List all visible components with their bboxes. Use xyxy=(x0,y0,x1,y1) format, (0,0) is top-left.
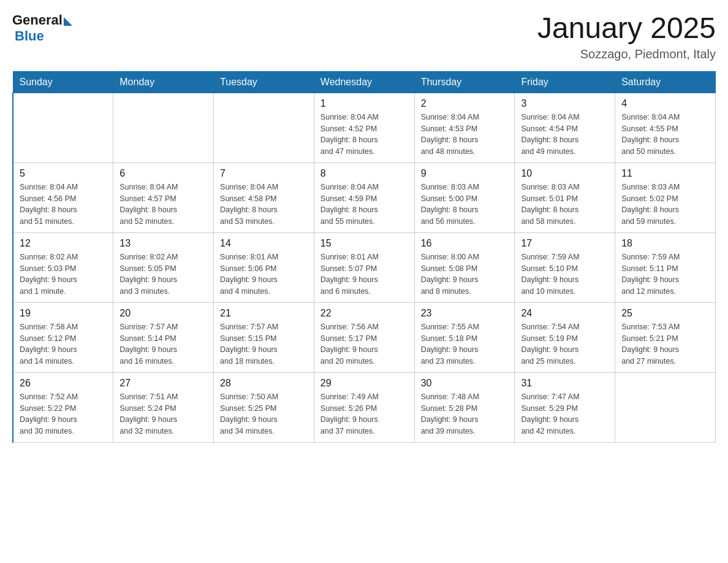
calendar-cell xyxy=(615,372,716,442)
day-info: Sunrise: 7:57 AMSunset: 5:14 PMDaylight:… xyxy=(119,321,207,367)
day-number: 16 xyxy=(421,238,509,249)
day-info: Sunrise: 7:54 AMSunset: 5:19 PMDaylight:… xyxy=(521,321,609,367)
calendar-cell xyxy=(113,93,214,163)
day-info: Sunrise: 7:57 AMSunset: 5:15 PMDaylight:… xyxy=(220,321,308,367)
logo: General Blue xyxy=(12,12,72,44)
day-info: Sunrise: 8:04 AMSunset: 4:57 PMDaylight:… xyxy=(119,182,207,228)
day-info: Sunrise: 8:04 AMSunset: 4:54 PMDaylight:… xyxy=(521,112,609,158)
calendar-table: SundayMondayTuesdayWednesdayThursdayFrid… xyxy=(12,71,716,443)
day-info: Sunrise: 7:58 AMSunset: 5:12 PMDaylight:… xyxy=(20,321,107,367)
day-number: 7 xyxy=(220,168,308,179)
day-info: Sunrise: 8:02 AMSunset: 5:03 PMDaylight:… xyxy=(20,251,107,297)
day-number: 5 xyxy=(20,168,107,179)
day-info: Sunrise: 8:04 AMSunset: 4:59 PMDaylight:… xyxy=(320,182,408,228)
day-info: Sunrise: 7:55 AMSunset: 5:18 PMDaylight:… xyxy=(421,321,509,367)
day-number: 31 xyxy=(521,378,609,389)
day-number: 25 xyxy=(621,308,709,319)
week-row-2: 12Sunrise: 8:02 AMSunset: 5:03 PMDayligh… xyxy=(13,232,716,302)
calendar-cell: 12Sunrise: 8:02 AMSunset: 5:03 PMDayligh… xyxy=(13,232,113,302)
day-number: 29 xyxy=(320,378,408,389)
calendar-cell: 15Sunrise: 8:01 AMSunset: 5:07 PMDayligh… xyxy=(314,232,414,302)
day-info: Sunrise: 8:03 AMSunset: 5:02 PMDaylight:… xyxy=(621,182,709,228)
calendar-cell xyxy=(13,93,113,163)
week-row-3: 19Sunrise: 7:58 AMSunset: 5:12 PMDayligh… xyxy=(13,302,716,372)
day-number: 24 xyxy=(521,308,609,319)
day-info: Sunrise: 8:04 AMSunset: 4:53 PMDaylight:… xyxy=(421,112,509,158)
day-number: 2 xyxy=(421,98,509,109)
day-number: 18 xyxy=(621,238,709,249)
day-info: Sunrise: 7:51 AMSunset: 5:24 PMDaylight:… xyxy=(119,391,207,437)
day-info: Sunrise: 8:03 AMSunset: 5:00 PMDaylight:… xyxy=(421,182,509,228)
logo-blue-text: Blue xyxy=(15,28,44,44)
day-info: Sunrise: 7:53 AMSunset: 5:21 PMDaylight:… xyxy=(621,321,709,367)
month-title: January 2025 xyxy=(537,12,716,45)
calendar-cell xyxy=(214,93,314,163)
day-info: Sunrise: 8:03 AMSunset: 5:01 PMDaylight:… xyxy=(521,182,609,228)
calendar-cell: 10Sunrise: 8:03 AMSunset: 5:01 PMDayligh… xyxy=(515,163,615,232)
day-number: 1 xyxy=(320,98,408,109)
calendar-cell: 18Sunrise: 7:59 AMSunset: 5:11 PMDayligh… xyxy=(615,232,716,302)
calendar-cell: 31Sunrise: 7:47 AMSunset: 5:29 PMDayligh… xyxy=(515,372,615,442)
day-number: 9 xyxy=(421,168,509,179)
day-number: 10 xyxy=(521,168,609,179)
day-info: Sunrise: 8:04 AMSunset: 4:58 PMDaylight:… xyxy=(220,182,308,228)
day-number: 14 xyxy=(220,238,308,249)
calendar-cell: 25Sunrise: 7:53 AMSunset: 5:21 PMDayligh… xyxy=(615,302,716,372)
day-info: Sunrise: 8:04 AMSunset: 4:56 PMDaylight:… xyxy=(20,182,107,228)
day-number: 4 xyxy=(621,98,709,109)
day-info: Sunrise: 8:00 AMSunset: 5:08 PMDaylight:… xyxy=(421,251,509,297)
day-info: Sunrise: 7:48 AMSunset: 5:28 PMDaylight:… xyxy=(421,391,509,437)
calendar-cell: 7Sunrise: 8:04 AMSunset: 4:58 PMDaylight… xyxy=(214,163,314,232)
calendar-cell: 27Sunrise: 7:51 AMSunset: 5:24 PMDayligh… xyxy=(113,372,214,442)
day-number: 23 xyxy=(421,308,509,319)
day-info: Sunrise: 8:02 AMSunset: 5:05 PMDaylight:… xyxy=(119,251,207,297)
calendar-cell: 17Sunrise: 7:59 AMSunset: 5:10 PMDayligh… xyxy=(515,232,615,302)
day-info: Sunrise: 8:04 AMSunset: 4:52 PMDaylight:… xyxy=(320,112,408,158)
weekday-header-tuesday: Tuesday xyxy=(214,71,314,93)
calendar-cell: 26Sunrise: 7:52 AMSunset: 5:22 PMDayligh… xyxy=(13,372,113,442)
day-number: 27 xyxy=(119,378,207,389)
day-info: Sunrise: 7:56 AMSunset: 5:17 PMDaylight:… xyxy=(320,321,408,367)
day-number: 30 xyxy=(421,378,509,389)
day-info: Sunrise: 7:52 AMSunset: 5:22 PMDaylight:… xyxy=(20,391,107,437)
logo-arrow-icon xyxy=(64,17,72,26)
calendar-cell: 22Sunrise: 7:56 AMSunset: 5:17 PMDayligh… xyxy=(314,302,414,372)
calendar-cell: 4Sunrise: 8:04 AMSunset: 4:55 PMDaylight… xyxy=(615,93,716,163)
weekday-header-friday: Friday xyxy=(515,71,615,93)
day-number: 15 xyxy=(320,238,408,249)
location-title: Sozzago, Piedmont, Italy xyxy=(537,47,716,61)
calendar-cell: 6Sunrise: 8:04 AMSunset: 4:57 PMDaylight… xyxy=(113,163,214,232)
day-number: 20 xyxy=(119,308,207,319)
calendar-cell: 2Sunrise: 8:04 AMSunset: 4:53 PMDaylight… xyxy=(414,93,515,163)
calendar-cell: 5Sunrise: 8:04 AMSunset: 4:56 PMDaylight… xyxy=(13,163,113,232)
day-info: Sunrise: 7:59 AMSunset: 5:10 PMDaylight:… xyxy=(521,251,609,297)
calendar-cell: 19Sunrise: 7:58 AMSunset: 5:12 PMDayligh… xyxy=(13,302,113,372)
week-row-4: 26Sunrise: 7:52 AMSunset: 5:22 PMDayligh… xyxy=(13,372,716,442)
day-info: Sunrise: 7:50 AMSunset: 5:25 PMDaylight:… xyxy=(220,391,308,437)
calendar-cell: 23Sunrise: 7:55 AMSunset: 5:18 PMDayligh… xyxy=(414,302,515,372)
day-number: 13 xyxy=(119,238,207,249)
day-info: Sunrise: 7:49 AMSunset: 5:26 PMDaylight:… xyxy=(320,391,408,437)
day-info: Sunrise: 8:01 AMSunset: 5:06 PMDaylight:… xyxy=(220,251,308,297)
calendar-cell: 3Sunrise: 8:04 AMSunset: 4:54 PMDaylight… xyxy=(515,93,615,163)
weekday-header-sunday: Sunday xyxy=(13,71,113,93)
calendar-cell: 13Sunrise: 8:02 AMSunset: 5:05 PMDayligh… xyxy=(113,232,214,302)
day-number: 8 xyxy=(320,168,408,179)
day-number: 28 xyxy=(220,378,308,389)
calendar-cell: 30Sunrise: 7:48 AMSunset: 5:28 PMDayligh… xyxy=(414,372,515,442)
calendar-cell: 14Sunrise: 8:01 AMSunset: 5:06 PMDayligh… xyxy=(214,232,314,302)
day-number: 21 xyxy=(220,308,308,319)
calendar-cell: 29Sunrise: 7:49 AMSunset: 5:26 PMDayligh… xyxy=(314,372,414,442)
calendar-cell: 24Sunrise: 7:54 AMSunset: 5:19 PMDayligh… xyxy=(515,302,615,372)
title-area: January 2025 Sozzago, Piedmont, Italy xyxy=(537,12,716,61)
day-number: 3 xyxy=(521,98,609,109)
day-number: 22 xyxy=(320,308,408,319)
calendar-cell: 16Sunrise: 8:00 AMSunset: 5:08 PMDayligh… xyxy=(414,232,515,302)
day-number: 12 xyxy=(20,238,107,249)
calendar-cell: 21Sunrise: 7:57 AMSunset: 5:15 PMDayligh… xyxy=(214,302,314,372)
calendar-cell: 1Sunrise: 8:04 AMSunset: 4:52 PMDaylight… xyxy=(314,93,414,163)
day-info: Sunrise: 7:47 AMSunset: 5:29 PMDaylight:… xyxy=(521,391,609,437)
weekday-header-wednesday: Wednesday xyxy=(314,71,414,93)
logo-general-text: General xyxy=(12,12,63,28)
calendar-cell: 20Sunrise: 7:57 AMSunset: 5:14 PMDayligh… xyxy=(113,302,214,372)
